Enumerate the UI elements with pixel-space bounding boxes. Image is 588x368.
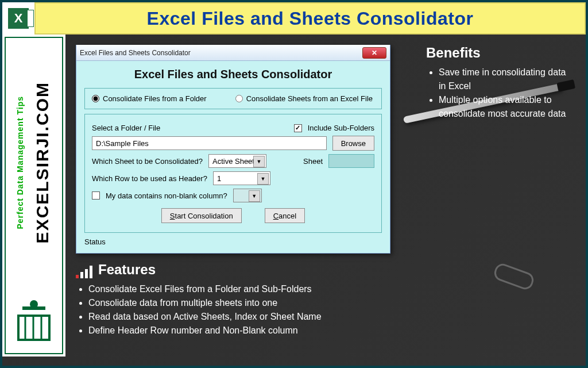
radio-folder-label: Consolidate Files from a Folder: [103, 94, 207, 103]
options-group: Select a Folder / File Include Sub-Folde…: [84, 114, 382, 233]
radio-consolidate-sheets[interactable]: Consolidate Sheets from an Excel File: [235, 94, 373, 103]
which-sheet-select[interactable]: Active Sheet: [208, 154, 266, 168]
svg-rect-5: [22, 306, 45, 310]
browse-label: Browse: [341, 139, 366, 148]
radio-sheets-input[interactable]: [235, 95, 243, 102]
header: X Excel Files and Sheets Consolidator: [2, 2, 586, 34]
sheet-name-input[interactable]: [328, 154, 374, 168]
select-folder-label: Select a Folder / File: [92, 124, 160, 132]
include-subfolders-label: Include Sub-Folders: [308, 124, 374, 132]
radio-sheets-label: Consolidate Sheets from an Excel File: [246, 94, 373, 103]
bars-icon: [76, 266, 92, 278]
excel-logo-icon: X: [2, 2, 34, 34]
benefits-panel: Benefits Save time in consolidating data…: [426, 45, 570, 121]
sheet-label: Sheet: [303, 157, 323, 166]
dialog-titlebar[interactable]: Excel Files and Sheets Consolidator ✕: [76, 45, 390, 61]
close-button[interactable]: ✕: [362, 47, 386, 59]
nonblank-checkbox[interactable]: [92, 191, 100, 200]
page-title: Excel Files and Sheets Consolidator: [147, 8, 474, 29]
sidebar: Perfect Data Management Tips EXCELSIRJI.…: [2, 34, 65, 356]
nonblank-column-select[interactable]: [233, 189, 262, 202]
sidebar-tagline: Perfect Data Management Tips: [16, 96, 25, 229]
benefits-title: Benefits: [426, 45, 570, 61]
which-sheet-label: Which Sheet to be Consolidated?: [92, 157, 203, 166]
which-sheet-value: Active Sheet: [212, 157, 254, 166]
start-consolidation-button[interactable]: Start Consolidation: [161, 208, 242, 223]
header-row-value: 1: [217, 174, 221, 183]
benefit-item: Multiple options available to consolidat…: [439, 93, 570, 121]
feature-item: Consolidate data from multiple sheets in…: [88, 296, 578, 310]
feature-item: Consolidate Excel Files from a Folder an…: [88, 282, 578, 296]
cancel-button[interactable]: Cancel: [265, 208, 305, 223]
sidebar-graphic-icon: [14, 284, 54, 353]
which-row-label: Which Row to be used as Header?: [92, 174, 207, 183]
cancel-label: ancel: [278, 212, 296, 220]
folder-path-input[interactable]: [92, 136, 327, 150]
dialog-heading: Excel Files and Sheets Consolidator: [84, 68, 382, 81]
start-label: tart Consolidation: [175, 212, 233, 220]
consolidator-dialog: Excel Files and Sheets Consolidator ✕ Ex…: [76, 45, 390, 254]
radio-consolidate-folder[interactable]: Consolidate Files from a Folder: [92, 94, 207, 103]
header-row-select[interactable]: 1: [213, 171, 270, 185]
features-panel: Features Consolidate Excel Files from a …: [76, 262, 578, 338]
feature-item: Read data based on Active Sheets, Index …: [88, 310, 578, 324]
features-title: Features: [98, 262, 156, 278]
feature-item: Define Header Row number and Non-Blank c…: [88, 324, 578, 338]
dialog-window-title: Excel Files and Sheets Consolidator: [80, 49, 191, 57]
browse-button[interactable]: Browse: [332, 136, 374, 151]
include-subfolders-checkbox[interactable]: [294, 124, 302, 132]
benefit-item: Save time in consolidating data in Excel: [439, 66, 570, 93]
mode-group: Consolidate Files from a Folder Consolid…: [84, 88, 382, 109]
radio-folder-input[interactable]: [92, 95, 99, 102]
title-band: Excel Files and Sheets Consolidator: [34, 2, 586, 34]
sidebar-brand: EXCELSIRJI.COM: [33, 82, 52, 243]
status-label: Status: [84, 237, 382, 246]
nonblank-label: My data contains non-blank column?: [106, 191, 227, 200]
